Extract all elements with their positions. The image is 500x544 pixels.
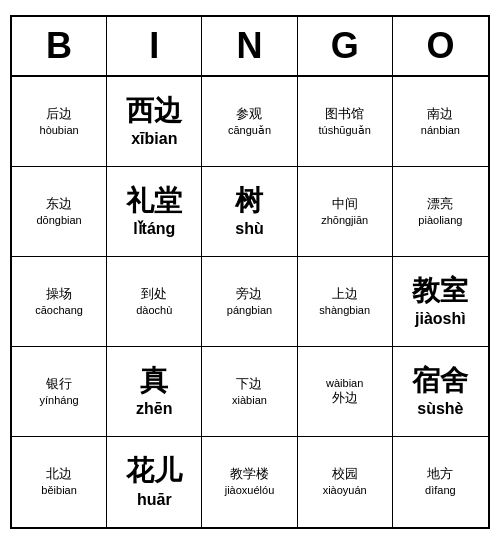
- cell-chinese: 教学楼: [230, 466, 269, 483]
- header-letter: I: [107, 17, 202, 75]
- cell-chinese: 旁边: [236, 286, 262, 303]
- bingo-cell: 到处dàochù: [107, 257, 202, 347]
- bingo-cell: 操场cāochang: [12, 257, 107, 347]
- bingo-cell: 中间zhōngjiān: [298, 167, 393, 257]
- bingo-cell: 东边dōngbian: [12, 167, 107, 257]
- bingo-grid: 后边hòubian西边xībian参观cānguǎn图书馆túshūguǎn南边…: [12, 77, 488, 527]
- bingo-card: BINGO 后边hòubian西边xībian参观cānguǎn图书馆túshū…: [10, 15, 490, 529]
- bingo-header: BINGO: [12, 17, 488, 77]
- cell-pinyin: jiàoshì: [415, 309, 466, 330]
- cell-chinese: 参观: [236, 106, 262, 123]
- bingo-cell: 上边shàngbian: [298, 257, 393, 347]
- cell-pinyin: nánbian: [421, 123, 460, 137]
- bingo-cell: 参观cānguǎn: [202, 77, 297, 167]
- bingo-cell: 南边nánbian: [393, 77, 488, 167]
- bingo-cell: 西边xībian: [107, 77, 202, 167]
- cell-pinyin: dìfang: [425, 483, 456, 497]
- cell-pinyin: zhēn: [136, 399, 172, 420]
- header-letter: G: [298, 17, 393, 75]
- bingo-cell: 地方dìfang: [393, 437, 488, 527]
- cell-pinyin: sùshè: [417, 399, 463, 420]
- cell-pinyin: pángbian: [227, 303, 272, 317]
- bingo-cell: 礼堂lǐtáng: [107, 167, 202, 257]
- cell-chinese: 真: [140, 363, 168, 399]
- cell-chinese: 礼堂: [126, 183, 182, 219]
- bingo-cell: 树shù: [202, 167, 297, 257]
- cell-pinyin: wàibian: [326, 376, 363, 390]
- cell-chinese: 东边: [46, 196, 72, 213]
- cell-chinese: 地方: [427, 466, 453, 483]
- bingo-cell: 银行yínháng: [12, 347, 107, 437]
- bingo-cell: 下边xiàbian: [202, 347, 297, 437]
- bingo-cell: 后边hòubian: [12, 77, 107, 167]
- cell-pinyin: xībian: [131, 129, 177, 150]
- bingo-cell: 宿舍sùshè: [393, 347, 488, 437]
- bingo-cell: 真zhēn: [107, 347, 202, 437]
- bingo-cell: 漂亮piàoliang: [393, 167, 488, 257]
- cell-chinese: 漂亮: [427, 196, 453, 213]
- cell-pinyin: piàoliang: [418, 213, 462, 227]
- cell-chinese: 外边: [332, 390, 358, 407]
- header-letter: N: [202, 17, 297, 75]
- cell-pinyin: jiàoxuélóu: [225, 483, 275, 497]
- cell-chinese: 校园: [332, 466, 358, 483]
- cell-chinese: 教室: [412, 273, 468, 309]
- cell-chinese: 后边: [46, 106, 72, 123]
- header-letter: O: [393, 17, 488, 75]
- cell-pinyin: zhōngjiān: [321, 213, 368, 227]
- cell-pinyin: yínháng: [40, 393, 79, 407]
- cell-chinese: 南边: [427, 106, 453, 123]
- cell-chinese: 树: [235, 183, 263, 219]
- cell-pinyin: shù: [235, 219, 263, 240]
- cell-pinyin: lǐtáng: [133, 219, 175, 240]
- cell-pinyin: hòubian: [40, 123, 79, 137]
- cell-chinese: 宿舍: [412, 363, 468, 399]
- cell-chinese: 下边: [236, 376, 262, 393]
- bingo-cell: 旁边pángbian: [202, 257, 297, 347]
- cell-pinyin: shàngbian: [319, 303, 370, 317]
- cell-pinyin: huār: [137, 490, 172, 511]
- cell-chinese: 银行: [46, 376, 72, 393]
- cell-pinyin: dōngbian: [36, 213, 81, 227]
- cell-chinese: 上边: [332, 286, 358, 303]
- cell-pinyin: xiàoyuán: [323, 483, 367, 497]
- bingo-cell: 北边běibian: [12, 437, 107, 527]
- bingo-cell: wàibian外边: [298, 347, 393, 437]
- cell-pinyin: dàochù: [136, 303, 172, 317]
- cell-pinyin: běibian: [41, 483, 76, 497]
- cell-chinese: 图书馆: [325, 106, 364, 123]
- cell-pinyin: xiàbian: [232, 393, 267, 407]
- cell-pinyin: cāochang: [35, 303, 83, 317]
- cell-chinese: 到处: [141, 286, 167, 303]
- bingo-cell: 图书馆túshūguǎn: [298, 77, 393, 167]
- cell-chinese: 中间: [332, 196, 358, 213]
- cell-chinese: 西边: [126, 93, 182, 129]
- header-letter: B: [12, 17, 107, 75]
- cell-chinese: 北边: [46, 466, 72, 483]
- cell-pinyin: cānguǎn: [228, 123, 271, 137]
- bingo-cell: 花儿huār: [107, 437, 202, 527]
- cell-pinyin: túshūguǎn: [319, 123, 371, 137]
- bingo-cell: 校园xiàoyuán: [298, 437, 393, 527]
- cell-chinese: 操场: [46, 286, 72, 303]
- bingo-cell: 教室jiàoshì: [393, 257, 488, 347]
- cell-chinese: 花儿: [126, 453, 182, 489]
- bingo-cell: 教学楼jiàoxuélóu: [202, 437, 297, 527]
